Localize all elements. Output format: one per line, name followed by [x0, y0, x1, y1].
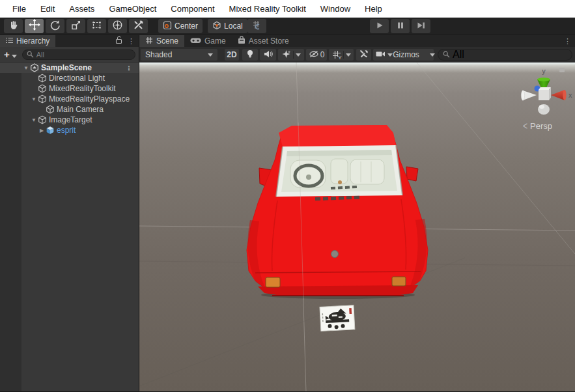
- grid-settings-button[interactable]: Y: [329, 49, 354, 61]
- hierarchy-item-directional-light[interactable]: Directional Light: [0, 73, 139, 83]
- play-button[interactable]: [370, 19, 389, 33]
- playback-controls: [370, 19, 430, 33]
- menu-component[interactable]: Component: [163, 0, 221, 18]
- menu-edit[interactable]: Edit: [33, 0, 62, 18]
- projection-toggle[interactable]: < Persp: [523, 121, 552, 131]
- menu-mixed-reality-toolkit[interactable]: Mixed Reality Toolkit: [222, 0, 313, 18]
- hand-tool-button[interactable]: [4, 19, 23, 33]
- gizmos-dropdown[interactable]: Gizmos: [394, 49, 434, 61]
- 2d-toggle-button[interactable]: 2D: [225, 49, 239, 61]
- gameobject-icon: [46, 105, 55, 114]
- hierarchy-item-samplescene[interactable]: ▼SampleScene⋮: [0, 63, 139, 73]
- hierarchy-menu-icon[interactable]: ⋮: [128, 35, 135, 47]
- tab-game[interactable]: Game: [184, 35, 232, 47]
- item-label: Directional Light: [49, 74, 105, 83]
- gameobject-icon: [38, 74, 47, 83]
- create-object-button[interactable]: +: [4, 49, 17, 61]
- gameobject-icon: [38, 84, 47, 93]
- panel-divider[interactable]: [139, 35, 139, 392]
- grid-snap-button[interactable]: [247, 19, 266, 33]
- scene-search-placeholder: All: [453, 49, 464, 61]
- transform-tool-button[interactable]: [108, 19, 127, 33]
- hierarchy-search-input[interactable]: All: [22, 49, 135, 60]
- row-menu-icon[interactable]: ⋮: [126, 64, 132, 72]
- scene-search-input[interactable]: All: [438, 49, 572, 61]
- move-icon: [29, 19, 40, 33]
- foldout-expanded-icon[interactable]: ▼: [30, 117, 38, 123]
- custom-icon: [133, 20, 144, 33]
- chevron-down-icon: [387, 53, 393, 57]
- orientation-gizmo[interactable]: y x < Persp: [516, 64, 575, 135]
- hierarchy-item-mixedrealitytoolkit[interactable]: MixedRealityToolkit: [0, 83, 139, 94]
- tab-asset-store[interactable]: Asset Store: [232, 35, 295, 47]
- menu-window[interactable]: Window: [313, 0, 358, 18]
- list-icon: [6, 36, 13, 46]
- menu-help[interactable]: Help: [358, 0, 389, 18]
- gamepad-icon: [190, 36, 201, 46]
- shopping-bag-icon: [238, 36, 245, 46]
- esprit-car-model[interactable]: [240, 122, 435, 300]
- main-toolbar: Center Local: [0, 18, 575, 35]
- lighting-toggle-button[interactable]: [242, 49, 258, 61]
- unlock-icon[interactable]: [115, 35, 122, 47]
- rect-tool-button[interactable]: [87, 19, 106, 33]
- move-tool-button[interactable]: [25, 19, 44, 33]
- image-target-object[interactable]: [318, 304, 359, 334]
- tab-scene[interactable]: Scene: [139, 35, 184, 47]
- item-label: MixedRealityPlayspace: [49, 94, 130, 104]
- draw-mode-dropdown[interactable]: Shaded: [141, 49, 217, 61]
- pivot-group: Center Local: [158, 19, 247, 33]
- audio-toggle-button[interactable]: [260, 49, 276, 61]
- scene-tabbar: Scene Game Asset Store ⋮: [139, 35, 575, 47]
- scene-panel-menu-icon[interactable]: ⋮: [564, 35, 571, 47]
- local-cube-icon: [212, 21, 221, 32]
- foldout-expanded-icon[interactable]: ▼: [30, 96, 38, 102]
- axis-y-label: y: [542, 67, 546, 75]
- projection-label: Persp: [530, 121, 552, 131]
- hidden-count-label: 0: [320, 50, 325, 59]
- menu-gameobject[interactable]: GameObject: [102, 0, 163, 18]
- orientation-local-button[interactable]: Local: [208, 19, 247, 33]
- hierarchy-search-placeholder: All: [36, 51, 44, 59]
- eye-slash-icon: [309, 50, 319, 60]
- 2d-label: 2D: [227, 50, 236, 59]
- scene-visibility-button[interactable]: 0: [306, 49, 327, 61]
- asset-store-tab-label: Asset Store: [249, 36, 289, 46]
- axis-x-label: x: [568, 91, 572, 99]
- camera-settings-button[interactable]: [373, 49, 395, 61]
- foldout-collapsed-icon[interactable]: ▶: [38, 128, 46, 133]
- scale-tool-button[interactable]: [66, 19, 85, 33]
- hierarchy-item-mixedrealityplayspace[interactable]: ▼MixedRealityPlayspace: [0, 94, 139, 104]
- grid-snap-icon: [252, 20, 262, 33]
- hierarchy-panel: Hierarchy ⋮ + All ▼SampleSc: [0, 35, 139, 392]
- chevron-down-icon: [12, 49, 17, 61]
- scene-icon: [30, 63, 39, 72]
- effects-dropdown-button[interactable]: [278, 49, 304, 61]
- unity-editor-window: FileEditAssetsGameObjectComponentMixed R…: [0, 0, 575, 392]
- foldout-expanded-icon[interactable]: ▼: [22, 65, 30, 71]
- scene-grid-icon: [145, 36, 153, 46]
- scene-tools-button[interactable]: [356, 49, 371, 61]
- menu-file[interactable]: File: [5, 0, 33, 18]
- chevron-down-icon: [346, 53, 351, 57]
- scene-toolbar: Shaded 2D: [139, 47, 575, 63]
- tab-hierarchy[interactable]: Hierarchy: [0, 35, 55, 47]
- plus-icon: +: [4, 49, 10, 59]
- hierarchy-tab-actions: ⋮: [115, 35, 139, 47]
- speaker-icon: [264, 50, 273, 60]
- hierarchy-item-imagetarget[interactable]: ▼ImageTarget: [0, 115, 139, 125]
- hierarchy-tree: ▼SampleScene⋮Directional LightMixedReali…: [0, 63, 139, 392]
- item-label: esprit: [57, 126, 76, 135]
- camera-icon: [376, 50, 386, 59]
- pivot-center-button[interactable]: Center: [158, 19, 203, 33]
- rotate-tool-button[interactable]: [46, 19, 64, 33]
- step-button[interactable]: [412, 19, 430, 33]
- hierarchy-item-esprit[interactable]: ▶esprit: [0, 125, 139, 135]
- item-label: MixedRealityToolkit: [49, 84, 116, 93]
- gizmo-cube: [539, 90, 549, 100]
- menu-assets[interactable]: Assets: [62, 0, 102, 18]
- scene-viewport[interactable]: y x < Persp: [139, 63, 575, 392]
- hierarchy-item-main-camera[interactable]: Main Camera: [0, 104, 139, 115]
- pause-button[interactable]: [391, 19, 410, 33]
- custom-tool-button[interactable]: [129, 19, 148, 33]
